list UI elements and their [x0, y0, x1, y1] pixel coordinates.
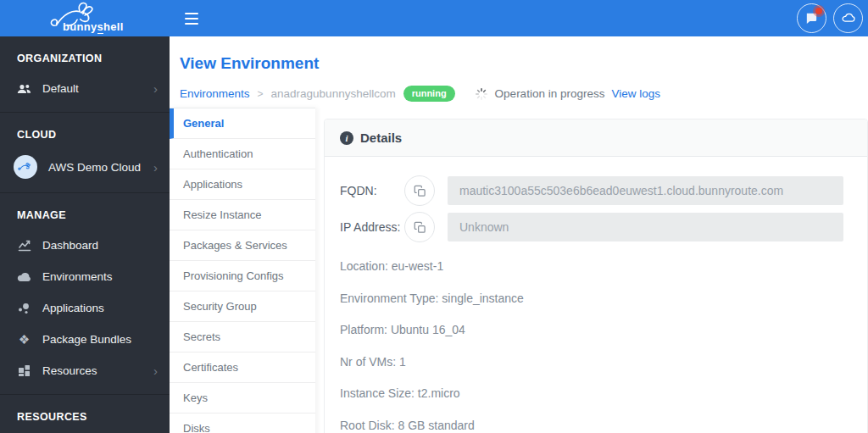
- notifications-chat-button[interactable]: [797, 3, 826, 33]
- subnav-item-general[interactable]: General: [170, 108, 315, 139]
- chevron-right-icon: ›: [153, 364, 158, 377]
- sidebar-item-default-organization[interactable]: Default ›: [0, 73, 170, 104]
- subnav-item-authentication[interactable]: Authentication: [170, 139, 315, 169]
- chevron-right-icon: ›: [153, 82, 158, 95]
- fqdn-label: FQDN:: [340, 184, 404, 197]
- dots-cluster-icon: [17, 303, 31, 314]
- copy-ip-button[interactable]: [404, 212, 435, 242]
- package-diamond-icon: ❖: [17, 333, 31, 346]
- sidebar-item-resources[interactable]: Resources ›: [0, 355, 170, 386]
- section-header: RESOURCES: [0, 406, 170, 431]
- notification-dot: [815, 8, 822, 14]
- details-card-header: i Details: [325, 119, 867, 157]
- breadcrumb: Environments > anadragubunnyshellcom run…: [180, 86, 868, 102]
- view-logs-link[interactable]: View logs: [611, 87, 660, 100]
- sidebar-section-resources: RESOURCES One Click Apps: [0, 394, 170, 433]
- rabbit-avatar: [14, 155, 37, 179]
- subnav-item-keys[interactable]: Keys: [170, 383, 315, 414]
- fqdn-value: mautic3100a55c503e6b6ead0euwest1.cloud.b…: [448, 176, 843, 205]
- sidebar-item-aws-demo-cloud[interactable]: AWS Demo Cloud ›: [0, 149, 170, 185]
- breadcrumb-current: anadragubunnyshellcom: [271, 87, 396, 100]
- detail-environment-type: Environment Type: single_instance: [340, 291, 843, 305]
- section-header: CLOUD: [0, 124, 170, 149]
- hamburger-menu-icon[interactable]: [185, 12, 202, 25]
- subnav-item-provisioning-configs[interactable]: Provisioning Configs: [170, 261, 315, 291]
- app-window: bunnyshell ORGANIZATION: [0, 0, 868, 433]
- environment-subnav: General Authentication Applications Resi…: [170, 108, 315, 433]
- ip-address-row: IP Address: Unknown: [340, 212, 843, 242]
- subnav-item-security-group[interactable]: Security Group: [170, 291, 315, 322]
- section-header: MANAGE: [0, 204, 170, 230]
- sidebar-item-label: Environments: [42, 270, 113, 283]
- brand-name: bunnyshell: [63, 20, 124, 33]
- cloud-icon: [17, 272, 31, 282]
- details-card-body: FQDN: mautic3100a55c503e6b6ead0euwest1.c…: [325, 157, 867, 433]
- sidebar-item-label: Resources: [42, 364, 97, 377]
- ip-address-value: Unknown: [448, 213, 843, 241]
- sidebar-item-package-bundles[interactable]: ❖ Package Bundles: [0, 324, 170, 355]
- status-badge: running: [403, 86, 455, 102]
- chevron-right-icon: ›: [153, 161, 158, 174]
- sidebar-item-label: Package Bundles: [42, 333, 131, 346]
- detail-lines: Location: eu-west-1 Environment Type: si…: [340, 259, 843, 432]
- operation-status: Operation in progress View logs: [475, 87, 660, 101]
- sidebar-item-label: Default: [42, 82, 79, 95]
- sidebar-section-manage: MANAGE Dashboard Environments: [0, 192, 170, 394]
- copy-fqdn-button[interactable]: [404, 175, 435, 206]
- details-title: Details: [360, 130, 402, 145]
- sidebar-item-applications[interactable]: Applications: [0, 292, 170, 324]
- users-icon: [17, 83, 31, 95]
- brand-logo[interactable]: bunnyshell: [0, 0, 170, 36]
- sidebar-section-cloud: CLOUD AWS Demo Cloud ›: [0, 112, 170, 192]
- detail-nr-of-vms: Nr of VMs: 1: [340, 355, 843, 369]
- details-card: i Details FQDN: mautic3100a55c503e6b6ead…: [324, 119, 868, 433]
- section-header: ORGANIZATION: [0, 47, 170, 73]
- subnav-item-secrets[interactable]: Secrets: [170, 322, 315, 353]
- subnav-item-packages-services[interactable]: Packages & Services: [170, 230, 315, 261]
- detail-location: Location: eu-west-1: [340, 259, 843, 273]
- sidebar-item-label: Applications: [42, 302, 104, 314]
- breadcrumb-separator: >: [258, 88, 264, 100]
- grid-squares-icon: [17, 364, 31, 377]
- topbar: bunnyshell: [0, 0, 868, 36]
- page-title: View Environment: [180, 54, 868, 73]
- spinner-icon: [475, 87, 488, 101]
- ip-address-label: IP Address:: [340, 220, 404, 234]
- sidebar-item-label: Dashboard: [42, 239, 98, 252]
- subnav-item-certificates[interactable]: Certificates: [170, 353, 315, 383]
- sidebar-section-organization: ORGANIZATION Default ›: [0, 36, 170, 112]
- main-content: View Environment Environments > anadragu…: [170, 36, 868, 433]
- subnav-item-resize-instance[interactable]: Resize Instance: [170, 200, 315, 230]
- cloud-status-button[interactable]: [833, 3, 863, 33]
- subnav-item-applications[interactable]: Applications: [170, 169, 315, 200]
- info-icon: i: [340, 131, 353, 145]
- copy-icon: [414, 185, 426, 197]
- topbar-actions: [797, 3, 868, 33]
- breadcrumb-environments-link[interactable]: Environments: [180, 87, 250, 100]
- chart-line-icon: [17, 240, 31, 252]
- subnav-item-disks[interactable]: Disks: [170, 414, 315, 433]
- sidebar-item-dashboard[interactable]: Dashboard: [0, 230, 170, 261]
- sidebar-item-label: AWS Demo Cloud: [48, 161, 141, 174]
- sidebar-item-environments[interactable]: Environments: [0, 261, 170, 292]
- detail-instance-size: Instance Size: t2.micro: [340, 386, 843, 400]
- copy-icon: [414, 221, 426, 234]
- sidebar: ORGANIZATION Default › CLOUD: [0, 36, 170, 433]
- detail-platform: Platform: Ubuntu 16_04: [340, 323, 843, 336]
- detail-root-disk: Root Disk: 8 GB standard: [340, 419, 843, 432]
- operation-text: Operation in progress: [495, 87, 605, 100]
- cloud-icon: [840, 11, 856, 25]
- fqdn-row: FQDN: mautic3100a55c503e6b6ead0euwest1.c…: [340, 175, 843, 206]
